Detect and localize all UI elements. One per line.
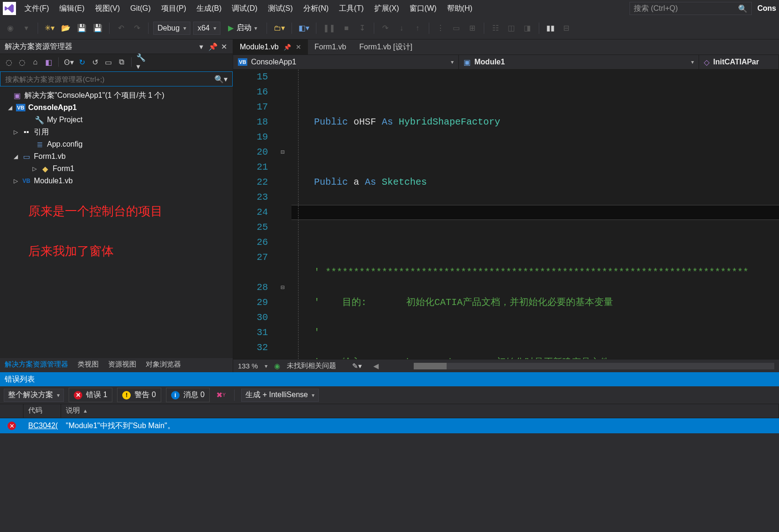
error-source-combo[interactable]: 生成 + IntelliSense▾	[241, 389, 319, 402]
close-icon[interactable]: ✕	[296, 43, 301, 51]
fold-toggle[interactable]: ⊟	[275, 145, 290, 160]
tb-misc7-icon[interactable]: ◨	[521, 22, 534, 35]
tb-misc6-icon[interactable]: ◫	[505, 22, 518, 35]
tree-appconfig[interactable]: ▸ ≣ App.config	[0, 138, 233, 150]
tab-object-browser[interactable]: 对象浏览器	[141, 358, 186, 372]
error-code[interactable]: BC3042(	[24, 422, 61, 430]
tb-folder-button[interactable]: 🗀▾	[272, 22, 287, 35]
fold-toggle[interactable]: ⊟	[275, 280, 290, 295]
copy-icon[interactable]: ⧉	[116, 57, 126, 67]
tree-my-project[interactable]: ▸ 🔧 My Project	[0, 114, 233, 126]
error-row[interactable]: ✕ BC3042( "Module1"中找不到"Sub Main"。	[0, 418, 779, 433]
home-icon[interactable]: ⌂	[30, 57, 40, 67]
col-code[interactable]: 代码	[24, 404, 61, 418]
redo-button[interactable]: ↷	[130, 22, 143, 35]
tb-misc-button[interactable]: ◧▾	[297, 22, 311, 35]
chevron-down-icon[interactable]: ▾	[265, 363, 268, 369]
menu-file[interactable]: 文件(F)	[20, 2, 54, 16]
menu-tools[interactable]: 工具(T)	[334, 2, 368, 16]
col-desc[interactable]: 说明▲	[61, 404, 779, 418]
search-icon[interactable]: 🔍▾	[210, 75, 232, 84]
scroll-left-icon[interactable]: ◀	[373, 362, 379, 370]
panel-search-input[interactable]	[0, 75, 210, 83]
config-combo[interactable]: Debug▾	[153, 22, 190, 35]
start-debug-button[interactable]: ▶启动▾	[223, 22, 262, 35]
new-item-button[interactable]: ✳▾	[43, 22, 56, 35]
menu-project[interactable]: 项目(P)	[157, 2, 191, 16]
nav-back-button[interactable]: ◉	[4, 22, 17, 35]
show-all-icon[interactable]: ▭	[103, 57, 113, 67]
nav-class-combo[interactable]: ▣ Module1 ▾	[459, 55, 699, 69]
global-search-input[interactable]: 搜索 (Ctrl+Q) 🔍	[629, 2, 752, 15]
filter-icon[interactable]: ʘ▾	[63, 57, 74, 67]
menu-view[interactable]: 视图(V)	[90, 2, 125, 16]
close-icon[interactable]: ✕	[220, 42, 228, 51]
tb-step-over-icon[interactable]: ↷	[379, 22, 392, 35]
tb-step-icon[interactable]: ↧	[356, 22, 369, 35]
menu-build[interactable]: 生成(B)	[192, 2, 226, 16]
tree-references[interactable]: ▷ ▪▪ 引用	[0, 126, 233, 138]
bookmark-icon[interactable]: ▮▮	[544, 22, 557, 35]
issues-text[interactable]: 未找到相关问题	[287, 361, 336, 370]
tab-class-view[interactable]: 类视图	[73, 358, 103, 372]
fwd-icon[interactable]: ◌	[17, 57, 27, 67]
code-editor[interactable]: 15 16 17 18 19 20 21 22 23 24 25 26 27 2…	[233, 70, 779, 359]
tab-form1-code[interactable]: Form1.vb	[308, 39, 353, 55]
filter-errors[interactable]: ✕错误 1	[69, 388, 112, 402]
code-content[interactable]: Public oHSF As HybridShapeFactory Public…	[290, 70, 779, 359]
error-scope-combo[interactable]: 整个解决方案▾	[4, 389, 64, 402]
open-button[interactable]: 📂	[59, 22, 72, 35]
tree-solution-root[interactable]: ▸ ▣ 解决方案"ConsoleApp1"(1 个项目/共 1 个)	[0, 89, 233, 102]
tree-form1vb[interactable]: ◢ ▭ Form1.vb	[0, 150, 233, 163]
sync-icon[interactable]: ◧	[43, 57, 54, 67]
pin-icon[interactable]: 📌	[283, 44, 291, 51]
brush-icon[interactable]: ✎▾	[352, 362, 362, 370]
save-all-button[interactable]: 💾	[91, 22, 104, 35]
tb-misc2-icon[interactable]: ⋮	[434, 22, 447, 35]
tb-stop-icon[interactable]: ■	[340, 22, 353, 35]
tab-solution-explorer[interactable]: 解决方案资源管理器	[0, 358, 73, 372]
properties-icon[interactable]: 🔧▾	[136, 57, 147, 67]
nav-member-combo[interactable]: ◇ InitCATIAPar	[699, 55, 779, 69]
menu-debug[interactable]: 调试(D)	[227, 2, 262, 16]
save-button[interactable]: 💾	[75, 22, 88, 35]
main-toolbar: ◉ ▾ ✳▾ 📂 💾 💾 ↶ ↷ Debug▾ x64▾ ▶启动▾ 🗀▾ ◧▾ …	[0, 17, 779, 39]
back-icon[interactable]: ◌	[4, 57, 14, 67]
panel-dropdown-icon[interactable]: ▾	[197, 42, 205, 51]
scrollbar-thumb[interactable]	[414, 363, 447, 369]
tb-pause-icon[interactable]: ❚❚	[321, 22, 337, 35]
menu-extensions[interactable]: 扩展(X)	[370, 2, 404, 16]
filter-warnings[interactable]: !警告 0	[117, 388, 161, 402]
tb-misc5-icon[interactable]: ☷	[489, 22, 502, 35]
undo-button[interactable]: ↶	[114, 22, 127, 35]
clear-filter-icon[interactable]: ✖Y	[214, 389, 228, 402]
tb-misc8-icon[interactable]: ⊟	[560, 22, 573, 35]
tab-form1-design[interactable]: Form1.vb [设计]	[353, 39, 419, 55]
col-icon[interactable]	[0, 404, 24, 418]
separator	[291, 23, 292, 34]
collapse-icon[interactable]: ↺	[90, 57, 100, 67]
tb-misc4-icon[interactable]: ⊞	[466, 22, 479, 35]
tree-form1[interactable]: ▷ ◆ Form1	[0, 163, 233, 175]
pin-icon[interactable]: 📌	[208, 42, 217, 51]
tb-step-into-icon[interactable]: ↓	[395, 22, 408, 35]
menu-window[interactable]: 窗口(W)	[405, 2, 441, 16]
menu-git[interactable]: Git(G)	[126, 2, 156, 15]
menu-edit[interactable]: 编辑(E)	[55, 2, 89, 16]
tab-resource-view[interactable]: 资源视图	[103, 358, 141, 372]
horizontal-scrollbar[interactable]	[414, 363, 774, 369]
refresh-icon[interactable]: ↻	[77, 57, 87, 67]
tb-step-out-icon[interactable]: ↑	[411, 22, 424, 35]
tb-misc3-icon[interactable]: ▭	[450, 22, 463, 35]
tree-module1[interactable]: ▷ VB Module1.vb	[0, 175, 233, 187]
tree-project[interactable]: ◢ VB ConsoleApp1	[0, 102, 233, 114]
filter-messages[interactable]: i消息 0	[166, 388, 210, 402]
tab-module1[interactable]: Module1.vb 📌 ✕	[233, 39, 308, 55]
platform-combo[interactable]: x64▾	[193, 22, 220, 35]
menu-test[interactable]: 测试(S)	[263, 2, 298, 16]
menu-help[interactable]: 帮助(H)	[442, 2, 477, 16]
menu-analyze[interactable]: 分析(N)	[299, 2, 333, 16]
nav-project-combo[interactable]: VB ConsoleApp1 ▾	[233, 55, 459, 69]
nav-fwd-button[interactable]: ▾	[20, 22, 33, 35]
zoom-level[interactable]: 133 %	[238, 362, 258, 370]
